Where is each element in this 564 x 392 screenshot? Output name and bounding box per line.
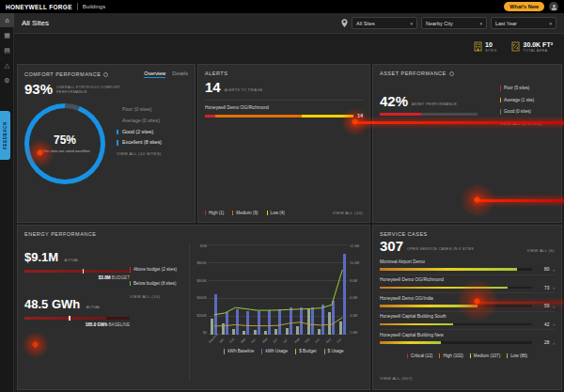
info-icon[interactable]: i xyxy=(103,72,108,77)
service-cases-panel: SERVICE CASES 307 OPEN SERVICE CASES IN … xyxy=(372,225,562,390)
segment-medium xyxy=(215,115,302,118)
comfort-view-all-link[interactable]: VIEW ALL (10 SITES) xyxy=(117,151,162,156)
legend-item: $ Budget xyxy=(295,349,316,354)
alert-site-name: Honeywell Demo OG/Richmond xyxy=(205,105,363,110)
service-view-all-bottom-link[interactable]: VIEW ALL (307) xyxy=(380,376,413,381)
chevron-right-icon[interactable]: › xyxy=(553,321,555,327)
brand-separator xyxy=(77,3,78,10)
alert-stacked-bar[interactable]: 14 xyxy=(205,113,363,118)
building-icon xyxy=(474,41,482,52)
service-kpi-value: 307 xyxy=(380,240,403,253)
nav-alerts-icon[interactable]: △ xyxy=(0,58,14,72)
filter-group: All Sites ▾ Nearby City ▾ Last Year ▾ xyxy=(341,17,556,29)
alerts-panel: ALERTS 14 ALERTS TO TRIAGE Honeywell Dem… xyxy=(197,64,370,223)
area-stat: 30.0K FT² TOTAL AREA xyxy=(511,41,553,53)
panel-title: COMFORT PERFORMANCE xyxy=(24,71,101,77)
sites-count: 10 xyxy=(485,41,496,49)
sites-dropdown[interactable]: All Sites ▾ xyxy=(352,17,417,29)
chevron-right-icon[interactable]: › xyxy=(553,285,555,290)
left-axis-ticks: $1M$800K$600K$400K$200K$0 xyxy=(196,244,209,335)
chart-lines xyxy=(209,244,348,335)
panel-title: ASSET PERFORMANCE xyxy=(380,71,446,76)
energy-cost-kpi: $9.1M ACTUAL $3.8M BUDGET xyxy=(24,248,130,280)
tab-overview[interactable]: Overview xyxy=(144,71,165,78)
portfolio-stats: 10 SITES 30.0K FT² TOTAL AREA xyxy=(474,41,553,53)
x-axis-labels: BaselineJanFebMarAprMayJunJulAugSepOctNo… xyxy=(209,335,348,347)
panel-title: SERVICE CASES xyxy=(380,231,428,237)
segment-high xyxy=(205,115,215,118)
chevron-right-icon[interactable]: › xyxy=(553,267,555,273)
asset-performance-panel: ASSET PERFORMANCE i 42% ASSET PERFORMANC… xyxy=(372,64,562,223)
legend-item: Excellent (8 sites) xyxy=(117,140,162,146)
comfort-legend: Poor (0 sites) Average (0 sites) Good (2… xyxy=(117,107,162,184)
nav-reports-icon[interactable]: ▤ xyxy=(0,43,14,57)
energy-usage-kpi: 48.5 GWh ACTUAL 165.0 GWh BASELINE xyxy=(24,295,130,327)
user-avatar[interactable] xyxy=(549,2,558,11)
service-case-row[interactable]: Montreal Airport Demo 80 › xyxy=(380,257,555,275)
legend-item: Good (2 sites) xyxy=(117,130,162,135)
comfort-kpi-value: 93% xyxy=(24,83,53,96)
alert-bar-value: 14 xyxy=(357,113,363,118)
legend-item: kWh Usage xyxy=(261,349,288,354)
donut-value: 75% xyxy=(54,133,76,147)
product-name: Buildings xyxy=(83,4,105,9)
chevron-down-icon: ▾ xyxy=(410,21,413,26)
service-case-row[interactable]: Honeywell Capital Building South 42 › xyxy=(380,312,555,331)
energy-view-all-link[interactable]: VIEW ALL (10) xyxy=(130,294,189,299)
person-icon xyxy=(551,4,557,10)
tab-details[interactable]: Details xyxy=(172,71,188,78)
legend-item: Poor (0 sites) xyxy=(117,107,162,113)
nav-home-icon[interactable]: ⌂ xyxy=(0,13,14,27)
page-title: All Sites xyxy=(22,19,49,27)
service-case-row[interactable]: Honeywell Demo OG/India 59 › xyxy=(380,293,555,312)
usage-bullet-bar xyxy=(24,317,130,320)
nav-settings-icon[interactable]: ⚙ xyxy=(0,73,14,87)
brand-logo: HONEYWELL FORGE xyxy=(6,4,72,10)
chevron-right-icon[interactable]: › xyxy=(553,340,555,346)
whats-new-button[interactable]: What's New xyxy=(504,2,544,11)
top-bar: HONEYWELL FORGE Buildings What's New xyxy=(0,0,564,13)
chart-plot-area xyxy=(209,244,348,335)
chart-legend: kWh Baseline kWh Usage $ Budget $ Usage xyxy=(209,349,359,354)
chevron-right-icon[interactable]: › xyxy=(553,304,555,309)
comfort-donut-chart: 75% of the sites are rated excellent xyxy=(24,103,105,184)
cost-bullet-bar xyxy=(24,270,130,273)
service-case-list: Montreal Airport Demo 80 › Honeywell Dem… xyxy=(380,257,555,348)
energy-legend: Above budget (2 sites) Below budget (8 s… xyxy=(130,243,189,382)
right-axis-ticks: 12.0M10.0M8.0M6.0M4.0M2.0M xyxy=(348,244,363,335)
service-view-all-top-link[interactable]: VIEW ALL (6) xyxy=(527,248,555,253)
service-legend: Critical (12) High (102) Medium (107) Lo… xyxy=(380,353,555,359)
nav-sites-icon[interactable]: ▦ xyxy=(0,28,14,42)
asset-view-all-link[interactable]: VIEW ALL (6 SITES) xyxy=(500,121,555,126)
panel-title: ENERGY PERFORMANCE xyxy=(24,231,96,237)
legend-item: Low (86) xyxy=(507,353,527,359)
service-case-row[interactable]: Honeywell Demo OG/Richmond 73 › xyxy=(380,275,555,294)
legend-item: Good (0 sites) xyxy=(500,109,555,115)
alerts-view-all-link[interactable]: VIEW ALL (14) xyxy=(333,211,363,215)
alerts-kpi-value: 14 xyxy=(205,81,221,94)
asset-kpi-value: 42% xyxy=(380,95,408,108)
period-dropdown[interactable]: Last Year ▾ xyxy=(491,17,556,29)
area-icon xyxy=(511,41,520,52)
sites-stat: 10 SITES xyxy=(474,41,496,53)
legend-item: Below budget (8 sites) xyxy=(130,281,189,287)
city-dropdown[interactable]: Nearby City ▾ xyxy=(421,17,487,29)
legend-item: Above budget (2 sites) xyxy=(130,267,189,273)
feedback-tab[interactable]: FEEDBACK xyxy=(0,111,10,160)
legend-item: Low (4) xyxy=(267,211,285,216)
legend-item: Medium (107) xyxy=(470,353,500,359)
chevron-down-icon: ▾ xyxy=(479,21,482,26)
comfort-performance-panel: COMFORT PERFORMANCE i Overview Details 9… xyxy=(17,64,196,223)
segment-low xyxy=(302,115,353,118)
legend-item: Critical (12) xyxy=(407,353,432,359)
legend-item: Medium (9) xyxy=(232,211,258,216)
legend-item: High (102) xyxy=(439,353,462,359)
service-case-row[interactable]: Honeywell Capital Building New 28 › xyxy=(380,330,555,348)
info-icon[interactable]: i xyxy=(449,71,454,76)
asset-progress-bar xyxy=(380,113,478,116)
asset-legend: Poor (5 sites) Average (1 site) Good (0 … xyxy=(500,86,555,126)
legend-item: High (1) xyxy=(205,211,224,216)
location-pin-icon xyxy=(341,19,348,27)
left-nav-rail: ⌂ ▦ ▤ △ ⚙ FEEDBACK xyxy=(0,13,14,392)
legend-item: Poor (5 sites) xyxy=(500,86,555,91)
